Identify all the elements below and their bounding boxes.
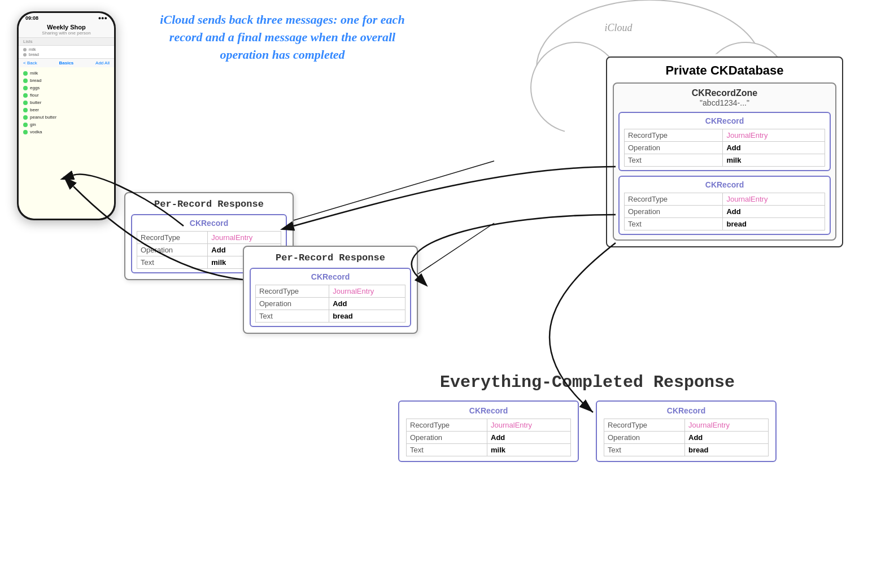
ckrecordzone-box: CKRecordZone "abcd1234-..." CKRecord Rec… <box>613 82 836 241</box>
iphone-nav-subtitle: Sharing with one person <box>23 31 110 36</box>
iphone-icons: ●●● <box>98 15 107 21</box>
iphone-nav-title: Weekly Shop <box>23 24 110 31</box>
everything-completed-section: Everything-Completed Response CKRecord R… <box>333 373 841 462</box>
ckrecordzone-title: CKRecordZone <box>618 88 831 98</box>
per-record-2-title: Per-Record Response <box>250 252 411 263</box>
per-record-2-table: RecordType JournalEntry Operation Add Te… <box>255 285 405 323</box>
arrow-cloud-to-per-record-1 <box>294 167 616 226</box>
iphone-basics-nav: < Back Basics Add All <box>19 58 114 67</box>
per-record-1-title: Per-Record Response <box>131 199 287 210</box>
everything-completed-title: Everything-Completed Response <box>333 373 841 392</box>
everything-card-2: CKRecord RecordType JournalEntry Operati… <box>596 400 777 462</box>
per-record-response-2: Per-Record Response CKRecord RecordType … <box>243 246 418 334</box>
everything-card-1-table: RecordType JournalEntry Operation Add Te… <box>406 419 571 456</box>
iphone-status-bar: 09:08 ●●● <box>19 13 114 22</box>
iphone-list-header: Lists <box>19 38 114 46</box>
iphone-list-content: milk bread eggs flour butter beer peanut… <box>19 67 114 219</box>
cloud-ckrecord-2-title: CKRecord <box>624 180 825 189</box>
cloud-ckrecord-1-title: CKRecord <box>624 116 825 125</box>
iphone-top-items: milk bread <box>19 46 114 58</box>
everything-completed-cards: CKRecord RecordType JournalEntry Operati… <box>333 400 841 462</box>
ckrecordzone-id: "abcd1234-..." <box>618 98 831 107</box>
per-record-2-ckrecord-title: CKRecord <box>255 272 405 281</box>
everything-card-2-title: CKRecord <box>604 406 769 415</box>
header-description: iCloud sends back three messages: one fo… <box>124 11 441 63</box>
iphone-back-btn[interactable]: < Back <box>23 60 37 66</box>
iphone-add-all-btn[interactable]: Add All <box>95 60 110 66</box>
svg-text:iCloud: iCloud <box>604 22 633 33</box>
conn-line-1 <box>294 161 494 220</box>
everything-card-1-title: CKRecord <box>406 406 571 415</box>
arrow-cloud-to-per-record-2 <box>412 215 616 277</box>
everything-card-2-table: RecordType JournalEntry Operation Add Te… <box>604 419 769 456</box>
private-ckdatabase-box: Private CKDatabase CKRecordZone "abcd123… <box>606 56 843 247</box>
per-record-1-ckrecord-title: CKRecord <box>137 219 281 228</box>
everything-card-1: CKRecord RecordType JournalEntry Operati… <box>398 400 579 462</box>
cloud-ckrecord-1: CKRecord RecordType JournalEntry Operati… <box>618 112 831 171</box>
per-record-2-ckrecord: CKRecord RecordType JournalEntry Operati… <box>250 268 411 327</box>
iphone-lists-label: Lists <box>23 39 32 44</box>
cloud-ckrecord-2-table: RecordType JournalEntry Operation Add Te… <box>624 193 825 230</box>
iphone-mockup: 09:08 ●●● Weekly Shop Sharing with one p… <box>17 11 116 220</box>
conn-line-2 <box>418 223 494 274</box>
iphone-basics-title: Basics <box>59 60 73 66</box>
cloud-ckrecord-1-table: RecordType JournalEntry Operation Add Te… <box>624 129 825 167</box>
iphone-nav: Weekly Shop Sharing with one person <box>19 22 114 38</box>
iphone-time: 09:08 <box>25 15 38 21</box>
private-db-title: Private CKDatabase <box>613 63 836 78</box>
cloud-ckrecord-2: CKRecord RecordType JournalEntry Operati… <box>618 176 831 235</box>
